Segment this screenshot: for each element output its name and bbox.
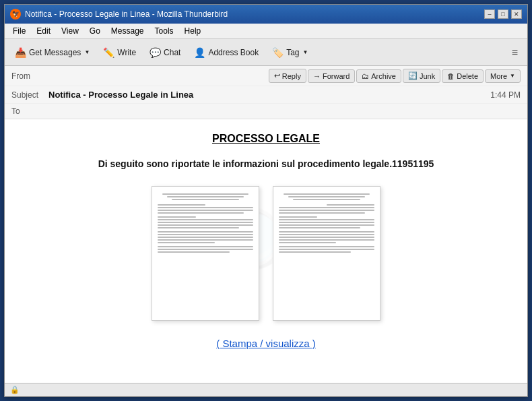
more-dropdown-arrow: ▼ <box>510 73 515 79</box>
minimize-button[interactable]: – <box>484 9 495 19</box>
menu-message[interactable]: Message <box>106 25 149 37</box>
menu-file[interactable]: File <box>7 25 31 37</box>
statusbar-icon: 🔒 <box>10 385 20 394</box>
menu-help[interactable]: Help <box>179 25 207 37</box>
tag-dropdown-arrow[interactable]: ▼ <box>303 49 308 55</box>
reply-icon: ↩ <box>274 71 280 80</box>
email-actions: ↩ Reply → Forward 🗂 Archive 🔄 Junk 🗑 <box>269 69 521 83</box>
maximize-button[interactable]: □ <box>498 9 508 19</box>
get-messages-dropdown-arrow[interactable]: ▼ <box>84 49 90 55</box>
menubar: File Edit View Go Message Tools Help <box>5 24 527 39</box>
get-messages-icon: 📥 <box>15 47 26 58</box>
tag-button[interactable]: 🏷️ Tag ▼ <box>266 44 314 61</box>
forward-button[interactable]: → Forward <box>308 69 355 83</box>
document-page-1 <box>152 186 259 321</box>
junk-icon: 🔄 <box>408 71 418 80</box>
subject-value: Notifica - Processo Legale in Linea <box>48 90 490 100</box>
titlebar-left: 🦅 Notifica - Processo Legale in Linea - … <box>10 9 228 20</box>
titlebar: 🦅 Notifica - Processo Legale in Linea - … <box>5 5 527 24</box>
subject-label: Subject <box>11 90 48 100</box>
window-title: Notifica - Processo Legale in Linea - Mo… <box>25 9 228 19</box>
forward-icon: → <box>313 72 321 80</box>
doc-block-1b <box>158 216 253 228</box>
delete-icon: 🗑 <box>447 72 455 80</box>
delete-button[interactable]: 🗑 Delete <box>442 69 484 83</box>
menu-view[interactable]: View <box>56 25 84 37</box>
write-button[interactable]: ✏️ Write <box>97 44 142 61</box>
menu-go[interactable]: Go <box>84 25 106 37</box>
doc-block-2d <box>279 246 374 253</box>
main-window: 🦅 Notifica - Processo Legale in Linea - … <box>4 4 528 397</box>
write-icon: ✏️ <box>103 47 114 58</box>
doc-header-2 <box>279 193 374 200</box>
from-label: From <box>11 71 48 81</box>
chat-button[interactable]: 💬 Chat <box>143 44 187 61</box>
document-page-2 <box>273 186 380 321</box>
print-visualize-link[interactable]: ( Stampa / visualizza ) <box>32 338 500 349</box>
doc-block-2a <box>279 204 374 214</box>
close-button[interactable]: ✕ <box>511 9 522 19</box>
address-book-icon: 👤 <box>194 47 205 58</box>
doc-header-1 <box>158 193 253 200</box>
junk-button[interactable]: 🔄 Junk <box>403 69 440 83</box>
subject-row: Subject Notifica - Processo Legale in Li… <box>5 86 527 104</box>
get-messages-button[interactable]: 📥 Get Messages ▼ <box>9 44 96 61</box>
tag-icon: 🏷️ <box>272 47 284 58</box>
menu-tools[interactable]: Tools <box>149 25 179 37</box>
statusbar: 🔒 <box>5 383 527 396</box>
email-header: From ↩ Reply → Forward 🗂 Archive 🔄 Junk <box>5 66 527 119</box>
chat-icon: 💬 <box>149 47 161 58</box>
doc-block-2c <box>279 231 374 243</box>
to-row: To <box>5 104 527 119</box>
doc-block-1a <box>158 204 253 214</box>
email-body-title: PROCESSO LEGALE <box>32 133 500 145</box>
email-body: 🔍 PROCESSO LEGALE Di seguito sono riport… <box>5 119 527 383</box>
document-preview <box>32 186 500 321</box>
archive-button[interactable]: 🗂 Archive <box>356 69 401 83</box>
email-body-text: Di seguito sono riportate le informazion… <box>32 158 500 169</box>
address-book-button[interactable]: 👤 Address Book <box>188 44 265 61</box>
more-button[interactable]: More ▼ <box>485 69 521 83</box>
from-row: From ↩ Reply → Forward 🗂 Archive 🔄 Junk <box>5 66 527 86</box>
reply-button[interactable]: ↩ Reply <box>269 69 306 83</box>
app-icon: 🦅 <box>10 9 21 20</box>
menu-edit[interactable]: Edit <box>31 25 56 37</box>
window-controls: – □ ✕ <box>484 9 522 19</box>
email-time: 1:44 PM <box>490 90 521 100</box>
to-label: To <box>11 106 48 116</box>
doc-block-1d <box>158 246 253 253</box>
doc-block-2b <box>279 216 374 228</box>
toolbar: 📥 Get Messages ▼ ✏️ Write 💬 Chat 👤 Addre… <box>5 39 527 66</box>
archive-icon: 🗂 <box>362 72 369 80</box>
hamburger-menu-button[interactable]: ≡ <box>506 44 523 61</box>
doc-block-1c <box>158 231 253 243</box>
